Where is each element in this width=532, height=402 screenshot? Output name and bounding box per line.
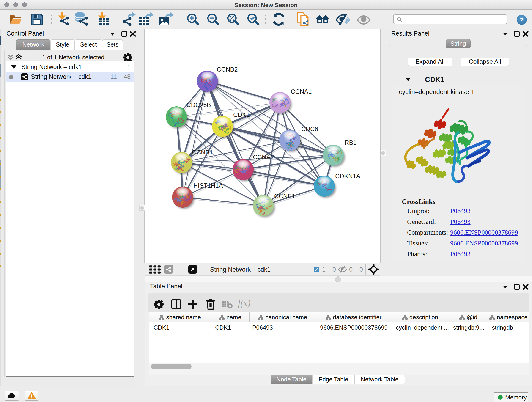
svg-text:HIST1H1A: HIST1H1A bbox=[193, 182, 223, 189]
svg-text:CDKN1A: CDKN1A bbox=[335, 173, 360, 180]
svg-text:CCNA1: CCNA1 bbox=[291, 88, 312, 95]
svg-text:CDK1: CDK1 bbox=[233, 111, 250, 118]
svg-text:CCNA2: CCNA2 bbox=[253, 154, 274, 161]
svg-text:CCNE1: CCNE1 bbox=[274, 193, 295, 200]
svg-text:CCNB2: CCNB2 bbox=[217, 66, 238, 73]
svg-text:RB1: RB1 bbox=[345, 139, 357, 146]
svg-text:CDC25B: CDC25B bbox=[186, 102, 211, 108]
svg-text:CDC6: CDC6 bbox=[301, 126, 318, 133]
svg-text:CCNB1: CCNB1 bbox=[192, 149, 213, 156]
